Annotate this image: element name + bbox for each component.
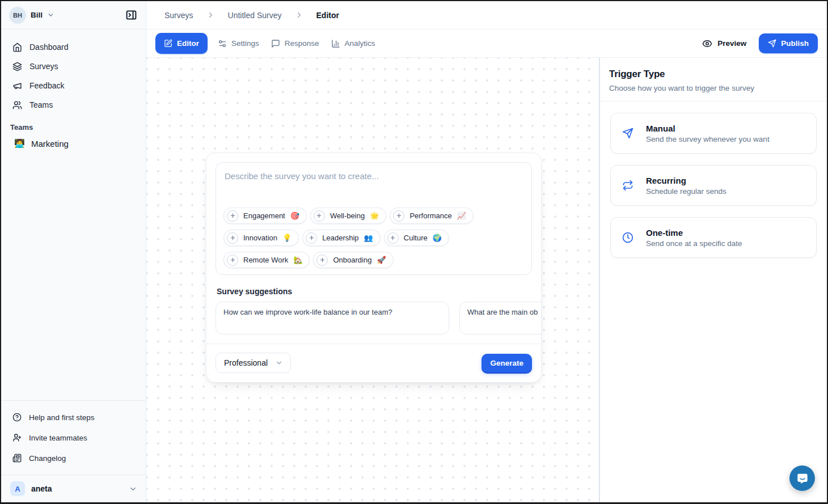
user-name: Bill	[31, 11, 43, 19]
survey-suggestions-row: How can we improve work-life balance in …	[216, 302, 541, 334]
topic-chip-well-being[interactable]: Well-being 🌟	[310, 207, 386, 224]
chip-emoji: 🌍	[433, 234, 442, 242]
topic-chip-leadership[interactable]: Leadership 👥	[302, 230, 381, 246]
sidebar-spacer	[1, 154, 146, 400]
topic-chip-performance[interactable]: Performance 📈	[390, 207, 474, 224]
chat-bubble-icon	[796, 472, 809, 485]
chip-label: Onboarding	[333, 256, 371, 264]
chip-label: Remote Work	[243, 256, 288, 264]
trigger-option-title: Manual	[646, 124, 770, 133]
sidebar-item-team-marketing[interactable]: 🧑‍💻 Marketing	[1, 133, 146, 154]
sidebar-item-label: Changelog	[29, 454, 66, 463]
topic-chip-remote-work[interactable]: Remote Work 🏡	[223, 252, 310, 268]
sidebar-item-help[interactable]: Help and first steps	[1, 407, 146, 427]
chip-emoji: 🌟	[370, 211, 379, 220]
topic-chip-culture[interactable]: Culture 🌍	[384, 230, 449, 246]
chat-launcher-button[interactable]	[789, 465, 815, 491]
tab-response[interactable]: Response	[269, 39, 321, 48]
panel-right-open-icon	[125, 9, 137, 21]
breadcrumb: Surveys Untitled Survey Editor	[146, 1, 827, 29]
sidebar-item-feedback[interactable]: Feedback	[1, 76, 146, 95]
topic-chip-innovation[interactable]: Innovation 💡	[223, 230, 299, 246]
plus-circle-icon	[387, 232, 399, 244]
plus-circle-icon	[227, 255, 238, 266]
publish-button[interactable]: Publish	[759, 33, 818, 53]
sidebar-item-changelog[interactable]: Changelog	[1, 448, 146, 468]
sidebar-item-label: Invite teammates	[29, 434, 87, 442]
plus-circle-icon	[316, 255, 328, 266]
tab-editor[interactable]: Editor	[155, 33, 208, 54]
user-plus-icon	[12, 433, 22, 442]
sidebar-item-label: Surveys	[29, 62, 58, 71]
survey-description-input[interactable]: Describe the survey you want to create..…	[216, 162, 532, 275]
breadcrumb-untitled-survey[interactable]: Untitled Survey	[228, 11, 282, 20]
app-window: BH Bill Dashboard	[0, 0, 828, 504]
sidebar-item-label: Feedback	[29, 81, 64, 90]
plus-circle-icon	[306, 232, 317, 244]
panel-title: Trigger Type	[609, 69, 818, 80]
sidebar: BH Bill Dashboard	[1, 1, 146, 502]
chevron-down-icon	[47, 11, 54, 19]
sidebar-item-dashboard[interactable]: Dashboard	[1, 37, 146, 57]
preview-label: Preview	[717, 39, 746, 48]
send-icon	[622, 128, 633, 139]
generate-button[interactable]: Generate	[481, 354, 532, 372]
newspaper-icon	[12, 454, 22, 463]
tab-analytics[interactable]: Analytics	[329, 39, 377, 48]
send-icon	[768, 39, 776, 48]
plus-circle-icon	[314, 210, 325, 222]
account-name: aneta	[31, 484, 52, 493]
suggestion-card[interactable]: What are the main ob	[459, 302, 541, 334]
sidebar-item-label: Help and first steps	[29, 413, 95, 422]
account-menu[interactable]: A aneta	[1, 475, 146, 502]
edit-square-icon	[164, 39, 172, 48]
publish-label: Publish	[781, 39, 809, 48]
megaphone-icon	[12, 81, 22, 91]
chip-label: Well-being	[330, 211, 365, 220]
sidebar-item-teams[interactable]: Teams	[1, 95, 146, 115]
sidebar-footer-nav: Help and first steps Invite teammates Ch…	[1, 400, 146, 475]
sidebar-item-surveys[interactable]: Surveys	[1, 57, 146, 76]
tone-selected-value: Professional	[224, 358, 268, 367]
chip-emoji: 👥	[364, 234, 373, 242]
trigger-option-manual[interactable]: Manual Send the survey whenever you want	[610, 113, 817, 154]
tab-label: Editor	[177, 39, 199, 48]
breadcrumb-surveys[interactable]: Surveys	[164, 11, 193, 20]
chip-emoji: 🏡	[293, 256, 302, 264]
composer-footer: Professional Generate	[216, 344, 532, 373]
clock-icon	[622, 232, 633, 243]
sidebar-nav: Dashboard Surveys Feedback Teams	[1, 29, 146, 115]
panel-subtitle: Choose how you want to trigger the surve…	[609, 84, 818, 92]
tone-select[interactable]: Professional	[216, 353, 291, 373]
workspace-user-menu[interactable]: BH Bill	[9, 7, 54, 24]
trigger-options: Manual Send the survey whenever you want…	[600, 101, 827, 269]
tab-label: Analytics	[345, 39, 375, 48]
topic-chip-onboarding[interactable]: Onboarding 🚀	[313, 252, 393, 268]
chip-emoji: 💡	[282, 234, 292, 242]
trigger-option-text: Recurring Schedule regular sends	[646, 176, 726, 196]
trigger-option-title: Recurring	[646, 176, 726, 185]
chip-label: Performance	[409, 211, 451, 220]
chip-label: Innovation	[243, 234, 277, 242]
trigger-option-one-time[interactable]: One-time Send once at a specific date	[610, 217, 817, 258]
suggestion-card[interactable]: How can we improve work-life balance in …	[216, 302, 449, 334]
home-icon	[12, 43, 22, 52]
layers-icon	[12, 62, 22, 71]
topic-chip-engagement[interactable]: Engagement 🎯	[223, 207, 307, 224]
tab-settings[interactable]: Settings	[216, 39, 261, 48]
help-circle-icon	[12, 413, 22, 422]
tab-label: Settings	[231, 39, 259, 48]
bar-chart-icon	[331, 39, 340, 48]
topic-chips: Engagement 🎯 Well-being 🌟 Performance	[223, 207, 524, 268]
plus-circle-icon	[227, 232, 238, 244]
sidebar-collapse-button[interactable]	[122, 6, 140, 24]
sidebar-header: BH Bill	[1, 1, 146, 29]
sidebar-item-invite[interactable]: Invite teammates	[1, 427, 146, 448]
team-emoji: 🧑‍💻	[14, 138, 24, 149]
trigger-option-recurring[interactable]: Recurring Schedule regular sends	[610, 165, 817, 206]
chevron-right-icon	[206, 11, 215, 19]
trigger-panel-header: Trigger Type Choose how you want to trig…	[600, 58, 827, 101]
trigger-option-description: Send the survey whenever you want	[646, 135, 770, 143]
preview-button[interactable]: Preview	[702, 39, 746, 49]
editor-canvas: Describe the survey you want to create..…	[146, 58, 599, 502]
